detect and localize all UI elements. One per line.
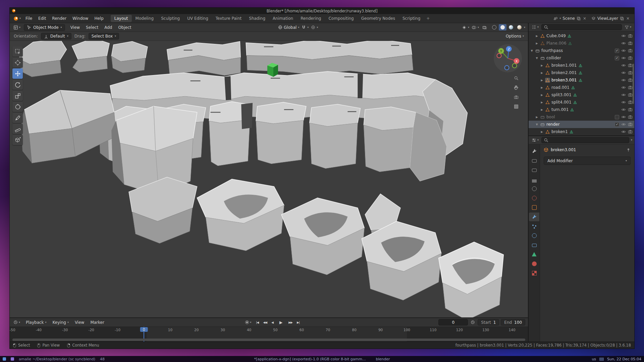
properties-tab-particles[interactable] (529, 222, 539, 231)
blender-menu-button[interactable]: ▾ (12, 15, 22, 22)
disclosure-arrow-icon[interactable]: ▶ (540, 94, 544, 97)
outliner-row-collider[interactable]: ▼collider✓ (529, 54, 634, 62)
disclosure-arrow-icon[interactable]: ▼ (535, 57, 539, 60)
tool-annotate[interactable] (12, 113, 23, 123)
properties-tab-tool[interactable] (529, 147, 539, 156)
editor-type-button[interactable]: ▾ (12, 24, 21, 31)
disable-in-renders-camera-icon[interactable] (628, 122, 633, 127)
outliner-scrollbar[interactable] (633, 64, 634, 104)
disable-in-renders-camera-icon[interactable] (628, 85, 633, 90)
menu-window[interactable]: Window (69, 15, 91, 22)
outliner-filter-button[interactable]: ▾ (624, 24, 632, 30)
current-frame-field[interactable]: 0 (438, 319, 468, 325)
workspace-tab-sculpting[interactable]: Sculpting (157, 15, 183, 22)
properties-tab-data[interactable] (529, 250, 539, 259)
properties-tab-view-layer[interactable] (529, 175, 539, 184)
start-frame-field[interactable]: Start 1 (478, 319, 499, 325)
zoom-icon[interactable] (514, 76, 519, 80)
shading-solid-button[interactable] (499, 24, 506, 31)
workspace-tab-layout[interactable]: Layout (111, 15, 132, 22)
auto-keying-toggle[interactable]: ▾ (244, 320, 252, 325)
timeline-editor-type-button[interactable]: ▾ (12, 319, 21, 325)
hide-in-viewport-eye-icon[interactable] (621, 129, 626, 134)
disable-in-renders-camera-icon[interactable] (628, 115, 633, 119)
tool-transform[interactable] (12, 102, 23, 112)
properties-tab-material[interactable] (529, 259, 539, 268)
properties-tab-constraints[interactable] (529, 241, 539, 249)
mode-dropdown[interactable]: Object Mode ▾ (24, 24, 65, 31)
disclosure-arrow-icon[interactable]: ▶ (540, 86, 544, 89)
orientation-dropdown[interactable]: Default ▾ (41, 33, 71, 40)
workspace-tab-rendering[interactable]: Rendering (297, 15, 325, 22)
disclosure-arrow-icon[interactable]: ▶ (540, 79, 544, 82)
camera-view-icon[interactable] (514, 95, 519, 100)
use-preview-range-button[interactable] (470, 319, 476, 325)
properties-tab-modifiers[interactable] (529, 213, 539, 221)
disable-in-renders-camera-icon[interactable] (628, 78, 633, 82)
scene-selector[interactable]: ▾ Scene × (552, 15, 588, 21)
hide-in-viewport-eye-icon[interactable] (621, 48, 626, 53)
timeline-ruler[interactable]: 0 -50-40-30-20-1001020304050607080901001… (10, 327, 528, 342)
hide-in-viewport-eye-icon[interactable] (621, 122, 626, 127)
hide-in-viewport-eye-icon[interactable] (621, 85, 626, 90)
hide-in-viewport-eye-icon[interactable] (621, 78, 626, 82)
hide-in-viewport-eye-icon[interactable] (621, 100, 626, 105)
new-scene-icon[interactable] (577, 16, 581, 20)
disable-in-renders-camera-icon[interactable] (628, 70, 633, 75)
outliner-row-Cube.049[interactable]: ▶Cube.049 (529, 32, 634, 40)
proportional-editing-toggle[interactable]: ▾ (311, 25, 318, 29)
timeline-menu-playback[interactable]: Playback▾ (23, 319, 50, 326)
outliner-editor-type-button[interactable]: ▾ (531, 24, 540, 30)
disable-in-renders-camera-icon[interactable] (628, 56, 633, 60)
outliner-search-input[interactable] (541, 24, 622, 30)
3d-viewport[interactable]: X Y Z (10, 41, 528, 317)
disclosure-arrow-icon[interactable]: ▼ (530, 49, 534, 52)
properties-tab-object[interactable] (529, 203, 539, 212)
outliner-row-bool[interactable]: ▶bool (529, 113, 634, 121)
disclosure-arrow-icon[interactable]: ▶ (540, 101, 544, 104)
tool-scale[interactable] (12, 90, 23, 101)
properties-tab-physics[interactable] (529, 231, 539, 240)
xray-toggle[interactable] (481, 24, 488, 31)
hide-in-viewport-eye-icon[interactable] (621, 107, 626, 112)
properties-search-input[interactable] (541, 137, 629, 143)
disclosure-arrow-icon[interactable]: ▶ (540, 130, 544, 133)
disable-in-renders-camera-icon[interactable] (628, 34, 633, 38)
properties-tab-texture[interactable] (529, 269, 539, 278)
collection-checkbox[interactable]: ✓ (615, 56, 619, 60)
end-frame-field[interactable]: End 100 (501, 319, 525, 325)
workspace-add-button[interactable]: + (424, 15, 432, 22)
tool-measure[interactable] (12, 124, 23, 134)
pan-hand-icon[interactable] (514, 85, 519, 90)
tool-add-cube[interactable] (12, 135, 23, 145)
disclosure-arrow-icon[interactable]: ▶ (535, 116, 539, 119)
outliner-row-Plane.006[interactable]: ▶Plane.006 (529, 40, 634, 47)
outliner-row-broken1[interactable]: ▶broken1 (529, 128, 634, 135)
outliner-row-broken1.001[interactable]: ▶broken1.001 (529, 62, 634, 69)
3d-scene[interactable] (10, 41, 528, 317)
navigation-gizmo[interactable]: X Y Z (493, 44, 523, 74)
properties-tab-render[interactable] (529, 156, 539, 165)
remove-viewlayer-button[interactable]: × (626, 16, 630, 21)
pin-icon[interactable] (626, 148, 631, 152)
hide-in-viewport-eye-icon[interactable] (621, 70, 626, 75)
workspace-tab-texture-paint[interactable]: Texture Paint (212, 15, 245, 22)
overlays-dropdown[interactable]: ▾ (472, 25, 479, 30)
ortho-grid-icon[interactable] (514, 104, 519, 109)
tool-move[interactable] (12, 68, 23, 79)
shading-material-button[interactable] (507, 24, 515, 31)
tool-cursor[interactable] (12, 57, 23, 68)
transport-play[interactable]: ▶ (276, 319, 286, 325)
outliner-row-broken2.001[interactable]: ▶broken2.001 (529, 69, 634, 76)
shading-rendered-button[interactable] (516, 24, 523, 31)
unlink-scene-button[interactable]: × (582, 16, 587, 21)
viewlayer-selector[interactable]: ViewLayer × (590, 15, 632, 21)
outliner-row-split3.001[interactable]: ▶split3.001 (529, 91, 634, 99)
hide-in-viewport-eye-icon[interactable] (621, 63, 626, 68)
options-dropdown[interactable]: Options ▾ (506, 34, 524, 39)
taskbar-clock[interactable]: Sun, 22 Dec 05:04 (607, 357, 641, 361)
hide-in-viewport-eye-icon[interactable] (621, 34, 626, 38)
disclosure-arrow-icon[interactable]: ▶ (540, 108, 544, 111)
hide-in-viewport-eye-icon[interactable] (621, 93, 626, 97)
disclosure-arrow-icon[interactable]: ▶ (535, 35, 539, 38)
